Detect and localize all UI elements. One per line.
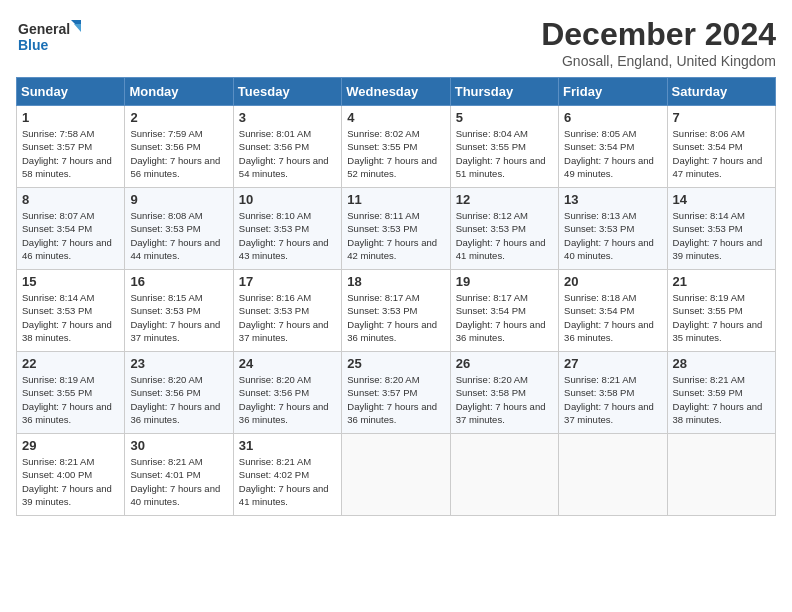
day-number: 21 bbox=[673, 274, 770, 289]
day-cell: 12Sunrise: 8:12 AMSunset: 3:53 PMDayligh… bbox=[450, 188, 558, 270]
day-cell: 20Sunrise: 8:18 AMSunset: 3:54 PMDayligh… bbox=[559, 270, 667, 352]
day-content: Sunrise: 8:06 AMSunset: 3:54 PMDaylight:… bbox=[673, 128, 763, 179]
day-number: 28 bbox=[673, 356, 770, 371]
day-cell: 30Sunrise: 8:21 AMSunset: 4:01 PMDayligh… bbox=[125, 434, 233, 516]
week-row-3: 15Sunrise: 8:14 AMSunset: 3:53 PMDayligh… bbox=[17, 270, 776, 352]
day-cell: 8Sunrise: 8:07 AMSunset: 3:54 PMDaylight… bbox=[17, 188, 125, 270]
col-friday: Friday bbox=[559, 78, 667, 106]
day-cell: 17Sunrise: 8:16 AMSunset: 3:53 PMDayligh… bbox=[233, 270, 341, 352]
col-thursday: Thursday bbox=[450, 78, 558, 106]
day-content: Sunrise: 8:04 AMSunset: 3:55 PMDaylight:… bbox=[456, 128, 546, 179]
day-cell: 14Sunrise: 8:14 AMSunset: 3:53 PMDayligh… bbox=[667, 188, 775, 270]
day-content: Sunrise: 8:01 AMSunset: 3:56 PMDaylight:… bbox=[239, 128, 329, 179]
calendar-body: 1Sunrise: 7:58 AMSunset: 3:57 PMDaylight… bbox=[17, 106, 776, 516]
day-number: 18 bbox=[347, 274, 444, 289]
day-number: 8 bbox=[22, 192, 119, 207]
day-cell: 29Sunrise: 8:21 AMSunset: 4:00 PMDayligh… bbox=[17, 434, 125, 516]
day-number: 13 bbox=[564, 192, 661, 207]
day-cell: 7Sunrise: 8:06 AMSunset: 3:54 PMDaylight… bbox=[667, 106, 775, 188]
header-row: Sunday Monday Tuesday Wednesday Thursday… bbox=[17, 78, 776, 106]
day-content: Sunrise: 8:08 AMSunset: 3:53 PMDaylight:… bbox=[130, 210, 220, 261]
day-number: 3 bbox=[239, 110, 336, 125]
day-cell: 18Sunrise: 8:17 AMSunset: 3:53 PMDayligh… bbox=[342, 270, 450, 352]
svg-text:General: General bbox=[18, 21, 70, 37]
day-content: Sunrise: 8:13 AMSunset: 3:53 PMDaylight:… bbox=[564, 210, 654, 261]
day-number: 5 bbox=[456, 110, 553, 125]
week-row-2: 8Sunrise: 8:07 AMSunset: 3:54 PMDaylight… bbox=[17, 188, 776, 270]
day-cell: 24Sunrise: 8:20 AMSunset: 3:56 PMDayligh… bbox=[233, 352, 341, 434]
day-number: 25 bbox=[347, 356, 444, 371]
day-number: 29 bbox=[22, 438, 119, 453]
day-number: 20 bbox=[564, 274, 661, 289]
day-content: Sunrise: 8:20 AMSunset: 3:58 PMDaylight:… bbox=[456, 374, 546, 425]
day-cell: 25Sunrise: 8:20 AMSunset: 3:57 PMDayligh… bbox=[342, 352, 450, 434]
month-title: December 2024 bbox=[541, 16, 776, 53]
day-cell: 11Sunrise: 8:11 AMSunset: 3:53 PMDayligh… bbox=[342, 188, 450, 270]
col-sunday: Sunday bbox=[17, 78, 125, 106]
day-number: 7 bbox=[673, 110, 770, 125]
day-content: Sunrise: 8:20 AMSunset: 3:56 PMDaylight:… bbox=[130, 374, 220, 425]
day-number: 1 bbox=[22, 110, 119, 125]
col-saturday: Saturday bbox=[667, 78, 775, 106]
location: Gnosall, England, United Kingdom bbox=[541, 53, 776, 69]
day-cell: 2Sunrise: 7:59 AMSunset: 3:56 PMDaylight… bbox=[125, 106, 233, 188]
logo-svg: General Blue bbox=[16, 16, 86, 60]
col-monday: Monday bbox=[125, 78, 233, 106]
day-number: 6 bbox=[564, 110, 661, 125]
day-number: 11 bbox=[347, 192, 444, 207]
day-content: Sunrise: 8:11 AMSunset: 3:53 PMDaylight:… bbox=[347, 210, 437, 261]
day-content: Sunrise: 8:21 AMSunset: 3:58 PMDaylight:… bbox=[564, 374, 654, 425]
day-cell: 15Sunrise: 8:14 AMSunset: 3:53 PMDayligh… bbox=[17, 270, 125, 352]
day-content: Sunrise: 8:21 AMSunset: 3:59 PMDaylight:… bbox=[673, 374, 763, 425]
day-number: 12 bbox=[456, 192, 553, 207]
week-row-5: 29Sunrise: 8:21 AMSunset: 4:00 PMDayligh… bbox=[17, 434, 776, 516]
day-content: Sunrise: 8:19 AMSunset: 3:55 PMDaylight:… bbox=[673, 292, 763, 343]
week-row-1: 1Sunrise: 7:58 AMSunset: 3:57 PMDaylight… bbox=[17, 106, 776, 188]
svg-text:Blue: Blue bbox=[18, 37, 49, 53]
day-cell: 23Sunrise: 8:20 AMSunset: 3:56 PMDayligh… bbox=[125, 352, 233, 434]
svg-marker-3 bbox=[74, 24, 81, 32]
day-content: Sunrise: 8:14 AMSunset: 3:53 PMDaylight:… bbox=[673, 210, 763, 261]
page-container: General Blue December 2024 Gnosall, Engl… bbox=[16, 16, 776, 516]
day-number: 10 bbox=[239, 192, 336, 207]
day-content: Sunrise: 8:07 AMSunset: 3:54 PMDaylight:… bbox=[22, 210, 112, 261]
day-content: Sunrise: 8:17 AMSunset: 3:54 PMDaylight:… bbox=[456, 292, 546, 343]
title-area: December 2024 Gnosall, England, United K… bbox=[541, 16, 776, 69]
day-number: 17 bbox=[239, 274, 336, 289]
day-cell: 28Sunrise: 8:21 AMSunset: 3:59 PMDayligh… bbox=[667, 352, 775, 434]
day-number: 9 bbox=[130, 192, 227, 207]
day-number: 15 bbox=[22, 274, 119, 289]
day-number: 19 bbox=[456, 274, 553, 289]
col-wednesday: Wednesday bbox=[342, 78, 450, 106]
day-cell: 5Sunrise: 8:04 AMSunset: 3:55 PMDaylight… bbox=[450, 106, 558, 188]
day-number: 2 bbox=[130, 110, 227, 125]
day-content: Sunrise: 8:21 AMSunset: 4:02 PMDaylight:… bbox=[239, 456, 329, 507]
day-number: 24 bbox=[239, 356, 336, 371]
day-cell: 6Sunrise: 8:05 AMSunset: 3:54 PMDaylight… bbox=[559, 106, 667, 188]
day-number: 16 bbox=[130, 274, 227, 289]
week-row-4: 22Sunrise: 8:19 AMSunset: 3:55 PMDayligh… bbox=[17, 352, 776, 434]
day-cell: 10Sunrise: 8:10 AMSunset: 3:53 PMDayligh… bbox=[233, 188, 341, 270]
day-cell: 27Sunrise: 8:21 AMSunset: 3:58 PMDayligh… bbox=[559, 352, 667, 434]
day-number: 27 bbox=[564, 356, 661, 371]
day-content: Sunrise: 8:19 AMSunset: 3:55 PMDaylight:… bbox=[22, 374, 112, 425]
header: General Blue December 2024 Gnosall, Engl… bbox=[16, 16, 776, 69]
day-content: Sunrise: 8:05 AMSunset: 3:54 PMDaylight:… bbox=[564, 128, 654, 179]
day-content: Sunrise: 8:21 AMSunset: 4:01 PMDaylight:… bbox=[130, 456, 220, 507]
day-cell: 3Sunrise: 8:01 AMSunset: 3:56 PMDaylight… bbox=[233, 106, 341, 188]
day-content: Sunrise: 8:10 AMSunset: 3:53 PMDaylight:… bbox=[239, 210, 329, 261]
day-cell: 19Sunrise: 8:17 AMSunset: 3:54 PMDayligh… bbox=[450, 270, 558, 352]
calendar-table: Sunday Monday Tuesday Wednesday Thursday… bbox=[16, 77, 776, 516]
day-content: Sunrise: 8:14 AMSunset: 3:53 PMDaylight:… bbox=[22, 292, 112, 343]
day-cell bbox=[450, 434, 558, 516]
day-content: Sunrise: 8:17 AMSunset: 3:53 PMDaylight:… bbox=[347, 292, 437, 343]
day-cell bbox=[667, 434, 775, 516]
day-number: 26 bbox=[456, 356, 553, 371]
day-number: 14 bbox=[673, 192, 770, 207]
day-content: Sunrise: 7:59 AMSunset: 3:56 PMDaylight:… bbox=[130, 128, 220, 179]
day-number: 4 bbox=[347, 110, 444, 125]
day-cell: 13Sunrise: 8:13 AMSunset: 3:53 PMDayligh… bbox=[559, 188, 667, 270]
day-cell: 1Sunrise: 7:58 AMSunset: 3:57 PMDaylight… bbox=[17, 106, 125, 188]
day-content: Sunrise: 8:16 AMSunset: 3:53 PMDaylight:… bbox=[239, 292, 329, 343]
logo: General Blue bbox=[16, 16, 86, 60]
